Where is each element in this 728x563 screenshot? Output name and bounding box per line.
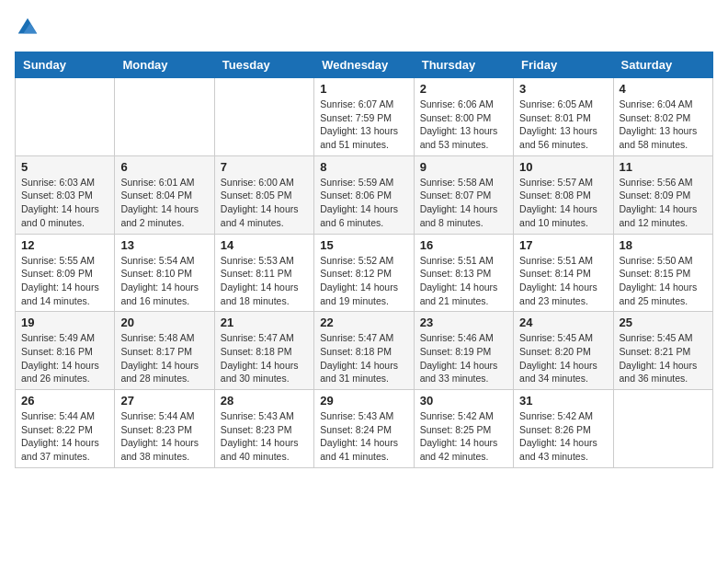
calendar-cell: 9Sunrise: 5:58 AM Sunset: 8:07 PM Daylig… bbox=[414, 155, 513, 234]
day-number: 2 bbox=[420, 82, 507, 96]
day-info: Sunrise: 5:42 AM Sunset: 8:26 PM Dayligh… bbox=[519, 409, 607, 464]
calendar-cell: 18Sunrise: 5:50 AM Sunset: 8:15 PM Dayli… bbox=[613, 234, 712, 312]
calendar-cell: 15Sunrise: 5:52 AM Sunset: 8:12 PM Dayli… bbox=[314, 234, 414, 312]
day-number: 19 bbox=[21, 316, 108, 329]
day-header-wednesday: Wednesday bbox=[314, 52, 414, 78]
calendar-week-3: 12Sunrise: 5:55 AM Sunset: 8:09 PM Dayli… bbox=[16, 234, 713, 312]
calendar-cell: 5Sunrise: 6:03 AM Sunset: 8:03 PM Daylig… bbox=[16, 155, 115, 234]
day-info: Sunrise: 5:55 AM Sunset: 8:09 PM Dayligh… bbox=[21, 254, 108, 308]
day-number: 13 bbox=[120, 238, 208, 252]
day-number: 14 bbox=[221, 238, 308, 252]
logo bbox=[15, 15, 44, 40]
day-number: 25 bbox=[620, 316, 707, 329]
calendar-cell: 31Sunrise: 5:42 AM Sunset: 8:26 PM Dayli… bbox=[514, 390, 613, 468]
calendar-header-row: SundayMondayTuesdayWednesdayThursdayFrid… bbox=[16, 52, 713, 78]
calendar-cell: 26Sunrise: 5:44 AM Sunset: 8:22 PM Dayli… bbox=[16, 390, 115, 468]
day-info: Sunrise: 5:52 AM Sunset: 8:12 PM Dayligh… bbox=[320, 254, 407, 308]
day-number: 10 bbox=[519, 160, 607, 174]
day-number: 17 bbox=[519, 238, 607, 252]
calendar-cell: 24Sunrise: 5:45 AM Sunset: 8:20 PM Dayli… bbox=[514, 312, 613, 390]
day-info: Sunrise: 5:45 AM Sunset: 8:21 PM Dayligh… bbox=[620, 331, 707, 385]
calendar-cell bbox=[16, 78, 115, 156]
day-number: 23 bbox=[420, 316, 507, 329]
day-info: Sunrise: 6:03 AM Sunset: 8:03 PM Dayligh… bbox=[21, 176, 108, 230]
day-header-sunday: Sunday bbox=[16, 52, 115, 78]
day-info: Sunrise: 5:42 AM Sunset: 8:25 PM Dayligh… bbox=[420, 409, 507, 464]
calendar-cell: 25Sunrise: 5:45 AM Sunset: 8:21 PM Dayli… bbox=[613, 312, 712, 390]
day-number: 20 bbox=[120, 316, 208, 329]
day-info: Sunrise: 5:56 AM Sunset: 8:09 PM Dayligh… bbox=[620, 176, 707, 230]
day-info: Sunrise: 5:48 AM Sunset: 8:17 PM Dayligh… bbox=[120, 331, 208, 385]
day-number: 3 bbox=[519, 82, 607, 96]
calendar-cell: 11Sunrise: 5:56 AM Sunset: 8:09 PM Dayli… bbox=[613, 155, 712, 234]
day-info: Sunrise: 5:51 AM Sunset: 8:13 PM Dayligh… bbox=[420, 254, 507, 308]
calendar-cell: 27Sunrise: 5:44 AM Sunset: 8:23 PM Dayli… bbox=[115, 390, 214, 468]
day-info: Sunrise: 6:07 AM Sunset: 7:59 PM Dayligh… bbox=[320, 98, 407, 152]
day-info: Sunrise: 5:58 AM Sunset: 8:07 PM Dayligh… bbox=[420, 176, 507, 230]
calendar-cell: 28Sunrise: 5:43 AM Sunset: 8:23 PM Dayli… bbox=[214, 390, 313, 468]
calendar-cell: 20Sunrise: 5:48 AM Sunset: 8:17 PM Dayli… bbox=[115, 312, 214, 390]
day-info: Sunrise: 6:05 AM Sunset: 8:01 PM Dayligh… bbox=[519, 98, 607, 152]
day-header-tuesday: Tuesday bbox=[214, 52, 313, 78]
day-info: Sunrise: 5:53 AM Sunset: 8:11 PM Dayligh… bbox=[221, 254, 308, 308]
calendar-cell bbox=[613, 390, 712, 468]
calendar-cell: 13Sunrise: 5:54 AM Sunset: 8:10 PM Dayli… bbox=[115, 234, 214, 312]
day-header-thursday: Thursday bbox=[414, 52, 513, 78]
day-info: Sunrise: 5:44 AM Sunset: 8:23 PM Dayligh… bbox=[120, 409, 208, 464]
day-info: Sunrise: 5:43 AM Sunset: 8:24 PM Dayligh… bbox=[320, 409, 407, 464]
day-number: 8 bbox=[320, 160, 407, 174]
day-info: Sunrise: 5:47 AM Sunset: 8:18 PM Dayligh… bbox=[320, 331, 407, 385]
day-number: 1 bbox=[320, 82, 407, 96]
calendar-cell: 6Sunrise: 6:01 AM Sunset: 8:04 PM Daylig… bbox=[115, 155, 214, 234]
calendar-cell: 16Sunrise: 5:51 AM Sunset: 8:13 PM Dayli… bbox=[414, 234, 513, 312]
calendar-cell: 7Sunrise: 6:00 AM Sunset: 8:05 PM Daylig… bbox=[214, 155, 313, 234]
calendar-cell: 19Sunrise: 5:49 AM Sunset: 8:16 PM Dayli… bbox=[16, 312, 115, 390]
calendar-week-2: 5Sunrise: 6:03 AM Sunset: 8:03 PM Daylig… bbox=[16, 155, 713, 234]
day-info: Sunrise: 6:04 AM Sunset: 8:02 PM Dayligh… bbox=[620, 98, 707, 152]
day-number: 29 bbox=[320, 394, 407, 408]
day-number: 24 bbox=[519, 316, 607, 329]
calendar-cell: 1Sunrise: 6:07 AM Sunset: 7:59 PM Daylig… bbox=[314, 78, 414, 156]
calendar-cell: 8Sunrise: 5:59 AM Sunset: 8:06 PM Daylig… bbox=[314, 155, 414, 234]
day-number: 12 bbox=[21, 238, 108, 252]
day-info: Sunrise: 5:50 AM Sunset: 8:15 PM Dayligh… bbox=[620, 254, 707, 308]
calendar-cell: 12Sunrise: 5:55 AM Sunset: 8:09 PM Dayli… bbox=[16, 234, 115, 312]
day-header-friday: Friday bbox=[514, 52, 613, 78]
day-info: Sunrise: 6:01 AM Sunset: 8:04 PM Dayligh… bbox=[120, 176, 208, 230]
calendar-cell: 3Sunrise: 6:05 AM Sunset: 8:01 PM Daylig… bbox=[514, 78, 613, 156]
calendar-cell: 23Sunrise: 5:46 AM Sunset: 8:19 PM Dayli… bbox=[414, 312, 513, 390]
day-info: Sunrise: 5:49 AM Sunset: 8:16 PM Dayligh… bbox=[21, 331, 108, 385]
day-info: Sunrise: 5:46 AM Sunset: 8:19 PM Dayligh… bbox=[420, 331, 507, 385]
day-number: 18 bbox=[620, 238, 707, 252]
calendar-cell: 14Sunrise: 5:53 AM Sunset: 8:11 PM Dayli… bbox=[214, 234, 313, 312]
calendar-cell: 17Sunrise: 5:51 AM Sunset: 8:14 PM Dayli… bbox=[514, 234, 613, 312]
day-number: 26 bbox=[21, 394, 108, 408]
day-number: 15 bbox=[320, 238, 407, 252]
day-info: Sunrise: 5:54 AM Sunset: 8:10 PM Dayligh… bbox=[120, 254, 208, 308]
day-info: Sunrise: 6:00 AM Sunset: 8:05 PM Dayligh… bbox=[221, 176, 308, 230]
day-number: 27 bbox=[120, 394, 208, 408]
calendar-cell bbox=[214, 78, 313, 156]
day-number: 22 bbox=[320, 316, 407, 329]
day-info: Sunrise: 5:45 AM Sunset: 8:20 PM Dayligh… bbox=[519, 331, 607, 385]
calendar-cell: 30Sunrise: 5:42 AM Sunset: 8:25 PM Dayli… bbox=[414, 390, 513, 468]
day-number: 21 bbox=[221, 316, 308, 329]
day-number: 30 bbox=[420, 394, 507, 408]
calendar-cell bbox=[115, 78, 214, 156]
day-info: Sunrise: 5:57 AM Sunset: 8:08 PM Dayligh… bbox=[519, 176, 607, 230]
calendar-cell: 10Sunrise: 5:57 AM Sunset: 8:08 PM Dayli… bbox=[514, 155, 613, 234]
day-info: Sunrise: 5:47 AM Sunset: 8:18 PM Dayligh… bbox=[221, 331, 308, 385]
day-number: 11 bbox=[620, 160, 707, 174]
calendar-cell: 29Sunrise: 5:43 AM Sunset: 8:24 PM Dayli… bbox=[314, 390, 414, 468]
day-info: Sunrise: 6:06 AM Sunset: 8:00 PM Dayligh… bbox=[420, 98, 507, 152]
day-header-saturday: Saturday bbox=[613, 52, 712, 78]
day-info: Sunrise: 5:51 AM Sunset: 8:14 PM Dayligh… bbox=[519, 254, 607, 308]
day-info: Sunrise: 5:59 AM Sunset: 8:06 PM Dayligh… bbox=[320, 176, 407, 230]
calendar-week-1: 1Sunrise: 6:07 AM Sunset: 7:59 PM Daylig… bbox=[16, 78, 713, 156]
calendar-week-4: 19Sunrise: 5:49 AM Sunset: 8:16 PM Dayli… bbox=[16, 312, 713, 390]
logo-icon bbox=[15, 15, 40, 40]
day-number: 6 bbox=[120, 160, 208, 174]
calendar-cell: 21Sunrise: 5:47 AM Sunset: 8:18 PM Dayli… bbox=[214, 312, 313, 390]
calendar-cell: 22Sunrise: 5:47 AM Sunset: 8:18 PM Dayli… bbox=[314, 312, 414, 390]
day-number: 16 bbox=[420, 238, 507, 252]
